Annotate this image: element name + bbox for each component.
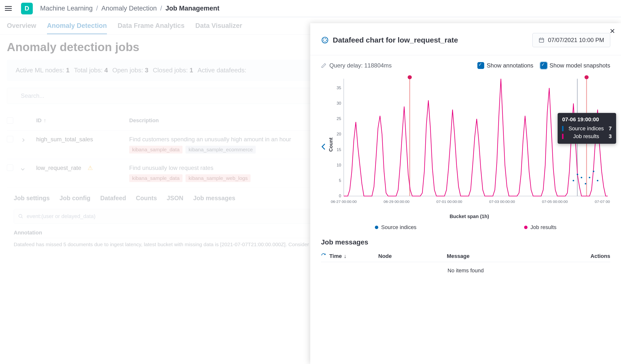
sort-down-icon[interactable]: ↓	[344, 253, 346, 259]
svg-text:07-01 00:00:00: 07-01 00:00:00	[436, 199, 463, 204]
svg-point-33	[581, 177, 582, 178]
svg-text:5: 5	[339, 178, 341, 182]
svg-point-32	[577, 174, 578, 175]
edit-icon[interactable]	[321, 63, 327, 68]
date-value: 07/07/2021 10:00 PM	[548, 37, 604, 44]
svg-text:25: 25	[337, 116, 341, 121]
breadcrumb-item[interactable]: Machine Learning	[40, 5, 93, 12]
refresh-button[interactable]	[321, 253, 326, 259]
tooltip-color-bar	[562, 134, 564, 139]
svg-point-27	[408, 75, 412, 79]
chart-tooltip: 07-06 19:00:00 Source indices 7 Job resu…	[558, 113, 616, 144]
flyout-title: Datafeed chart for low_request_rate	[333, 36, 458, 44]
app-header: D Machine Learning / Anomaly Detection /…	[0, 0, 621, 17]
svg-text:15: 15	[337, 148, 341, 152]
svg-text:06-29 00:00:00: 06-29 00:00:00	[384, 199, 410, 204]
svg-point-35	[589, 177, 590, 178]
breadcrumb-item[interactable]: Anomaly Detection	[101, 5, 157, 12]
chart-container: Count 0510152025303506-27 00:00:0006-29 …	[328, 74, 610, 219]
chart-legend: Source indices Job results	[321, 224, 610, 231]
svg-text:35: 35	[337, 85, 341, 90]
checkbox-checked-icon	[540, 62, 547, 69]
date-picker[interactable]: 07/07/2021 10:00 PM	[533, 33, 610, 47]
close-button[interactable]: ✕	[609, 27, 615, 35]
svg-text:07-05 00:00:00: 07-05 00:00:00	[542, 199, 568, 204]
svg-point-34	[585, 183, 586, 184]
legend-dot-icon	[524, 226, 528, 229]
breadcrumb: Machine Learning / Anomaly Detection / J…	[40, 5, 220, 12]
svg-text:07-07 00:00:00: 07-07 00:00:00	[595, 199, 610, 204]
query-delay-label: Query delay: 118804ms	[329, 62, 392, 69]
svg-rect-6	[539, 38, 544, 42]
svg-text:20: 20	[337, 132, 341, 136]
app-logo[interactable]: D	[21, 3, 33, 15]
datafeed-icon	[321, 36, 329, 44]
job-messages-header: Time ↓ Node Message Actions	[321, 250, 610, 262]
y-axis-label: Count	[328, 137, 334, 151]
svg-text:0: 0	[339, 194, 341, 198]
breadcrumb-current: Job Management	[165, 5, 220, 12]
legend-dot-icon	[375, 226, 378, 229]
job-messages-title: Job messages	[321, 238, 610, 246]
svg-point-36	[593, 171, 594, 172]
datafeed-flyout: ✕ Datafeed chart for low_request_rate 07…	[310, 23, 621, 364]
show-annotations-toggle[interactable]: Show annotations	[477, 62, 534, 69]
calendar-icon	[538, 37, 544, 43]
checkbox-checked-icon	[477, 62, 484, 69]
tooltip-color-bar	[562, 126, 564, 131]
svg-point-37	[597, 180, 598, 182]
chart-prev-button[interactable]	[321, 74, 328, 219]
x-axis-label: Bucket span (1h)	[328, 214, 610, 219]
svg-point-31	[572, 180, 574, 182]
show-snapshots-toggle[interactable]: Show model snapshots	[540, 62, 610, 69]
svg-text:07-03 00:00:00: 07-03 00:00:00	[489, 199, 515, 204]
nav-toggle[interactable]	[5, 4, 14, 13]
legend-job-results[interactable]: Job results	[524, 224, 556, 231]
legend-source-indices[interactable]: Source indices	[375, 224, 416, 231]
svg-point-4	[322, 37, 328, 43]
svg-text:30: 30	[337, 101, 341, 105]
svg-text:06-27 00:00:00: 06-27 00:00:00	[331, 199, 357, 204]
svg-text:10: 10	[337, 163, 341, 167]
svg-point-29	[585, 75, 589, 79]
svg-point-5	[323, 38, 327, 42]
job-messages-empty: No items found	[321, 262, 610, 279]
